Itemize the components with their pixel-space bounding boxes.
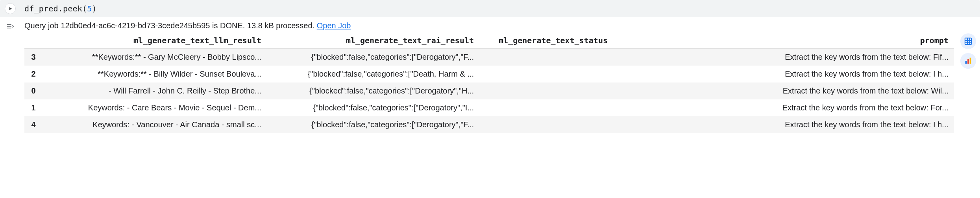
output-side-buttons xyxy=(960,33,976,69)
code-cell-input: df_pred.peek(5) xyxy=(0,0,980,17)
play-icon xyxy=(7,6,13,11)
cell xyxy=(479,66,613,82)
row-index: 2 xyxy=(24,66,43,82)
cell: **Keywords:** - Billy Wilder - Sunset Bo… xyxy=(43,66,267,82)
col-header: ml_generate_text_status xyxy=(479,33,613,49)
code-text[interactable]: df_pred.peek(5) xyxy=(24,4,97,13)
cell xyxy=(479,82,613,99)
col-header: ml_generate_text_llm_result xyxy=(43,33,267,49)
code-arg: 5 xyxy=(87,4,92,13)
col-header: ml_generate_text_rai_result xyxy=(267,33,479,49)
cell: Extract the key words from the text belo… xyxy=(613,82,954,99)
cell: - Will Farrell - John C. Reilly - Step B… xyxy=(43,82,267,99)
output-table-wrap: ml_generate_text_llm_result ml_generate_… xyxy=(24,33,975,133)
table-header-row: ml_generate_text_llm_result ml_generate_… xyxy=(24,33,954,49)
cell: {"blocked":false,"categories":["Derogato… xyxy=(267,49,479,66)
status-mid: is DONE. 13.8 kB processed. xyxy=(210,21,316,30)
table-row: 1Keywords: - Care Bears - Movie - Sequel… xyxy=(24,99,954,116)
cell: **Keywords:** - Gary McCleery - Bobby Li… xyxy=(43,49,267,66)
col-header: prompt xyxy=(613,33,954,49)
table-row: 4Keywords: - Vancouver - Air Canada - sm… xyxy=(24,116,954,133)
suggest-charts-button[interactable] xyxy=(960,53,976,69)
cell xyxy=(479,116,613,133)
cell: {"blocked":false,"categories":["Derogato… xyxy=(267,82,479,99)
interactive-table-button[interactable] xyxy=(960,33,976,49)
table-row: 0- Will Farrell - John C. Reilly - Step … xyxy=(24,82,954,99)
cell: Keywords: - Vancouver - Air Canada - sma… xyxy=(43,116,267,133)
svg-rect-2 xyxy=(967,59,969,64)
code-object: df_pred xyxy=(24,4,58,13)
table-row: 3**Keywords:** - Gary McCleery - Bobby L… xyxy=(24,49,954,66)
table-icon xyxy=(964,37,973,46)
cell: Extract the key words from the text belo… xyxy=(613,99,954,116)
row-index: 0 xyxy=(24,82,43,99)
cell xyxy=(479,99,613,116)
job-id: 12db0ed4-ac6c-4219-bd73-3cede245b595 xyxy=(61,21,210,30)
cell: Keywords: - Care Bears - Movie - Sequel … xyxy=(43,99,267,116)
row-index: 3 xyxy=(24,49,43,66)
run-button[interactable] xyxy=(5,3,16,14)
cell: {"blocked":false,"categories":["Derogato… xyxy=(267,116,479,133)
cell: Extract the key words from the text belo… xyxy=(613,49,954,66)
status-prefix: Query job xyxy=(24,21,61,30)
chart-icon xyxy=(964,57,973,65)
table-row: 2**Keywords:** - Billy Wilder - Sunset B… xyxy=(24,66,954,82)
index-header xyxy=(24,33,43,49)
svg-rect-0 xyxy=(965,38,972,45)
row-index: 1 xyxy=(24,99,43,116)
output-toggle-icon[interactable] xyxy=(5,21,16,133)
row-index: 4 xyxy=(24,116,43,133)
query-status: Query job 12db0ed4-ac6c-4219-bd73-3cede2… xyxy=(24,21,975,30)
cell: Extract the key words from the text belo… xyxy=(613,66,954,82)
cell: {"blocked":false,"categories":["Death, H… xyxy=(267,66,479,82)
cell: {"blocked":false,"categories":["Derogato… xyxy=(267,99,479,116)
cell-output: Query job 12db0ed4-ac6c-4219-bd73-3cede2… xyxy=(0,17,980,136)
svg-rect-3 xyxy=(970,58,971,64)
dataframe-table: ml_generate_text_llm_result ml_generate_… xyxy=(24,33,954,133)
cell: Extract the key words from the text belo… xyxy=(613,116,954,133)
svg-rect-1 xyxy=(965,61,967,64)
cell xyxy=(479,49,613,66)
code-method: peek xyxy=(63,4,82,13)
open-job-link[interactable]: Open Job xyxy=(317,21,351,30)
